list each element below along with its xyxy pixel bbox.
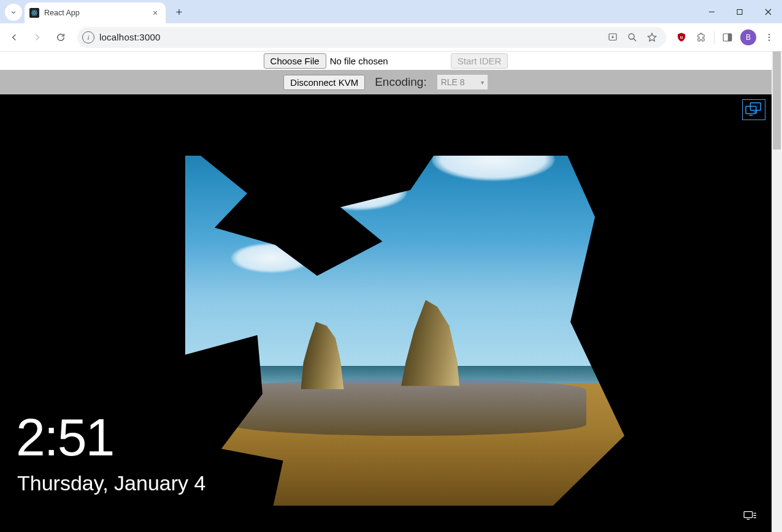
react-favicon [29,8,39,18]
tab-search-button[interactable] [5,4,22,21]
side-panel-icon[interactable] [718,28,737,47]
svg-rect-9 [728,34,732,41]
lockscreen-wallpaper [0,94,772,532]
reload-button[interactable] [50,27,71,48]
forward-button[interactable] [27,27,48,48]
back-button[interactable] [4,27,25,48]
browser-toolbar: i localhost:3000 u B [0,23,782,51]
chrome-menu-icon[interactable] [760,28,778,47]
window-close-button[interactable] [754,0,782,23]
window-maximize-button[interactable] [726,0,754,23]
choose-file-button[interactable]: Choose File [264,53,326,69]
encoding-value: RLE 8 [441,77,465,87]
scrollbar-thumb[interactable] [773,51,781,150]
tab-close-icon[interactable]: × [150,8,161,18]
kvm-screen[interactable]: 2:51 Thursday, January 4 [0,94,772,532]
file-toolbar: Choose File No file chosen Start IDER [0,51,772,70]
toolbar-separator [714,31,715,44]
lockscreen-time: 2:51 [16,407,113,468]
disconnect-kvm-button[interactable]: Disconnect KVM [283,75,365,90]
svg-point-12 [769,39,770,40]
bookmark-icon[interactable] [643,28,661,47]
vertical-scrollbar[interactable] [772,51,782,532]
remote-session-icon [742,99,765,120]
new-tab-button[interactable]: + [171,4,188,21]
svg-point-11 [769,36,770,37]
page-content: Choose File No file chosen Start IDER Di… [0,51,772,532]
svg-rect-4 [737,9,742,14]
chevron-down-icon: ▾ [481,79,484,86]
url-text: localhost:3000 [99,32,161,42]
omnibox-actions [604,28,661,47]
encoding-label: Encoding: [375,75,427,89]
zoom-icon[interactable] [623,28,642,47]
window-controls [697,0,782,23]
svg-text:u: u [680,34,683,40]
profile-initial: B [746,33,751,42]
start-ider-button: Start IDER [451,53,508,69]
window-minimize-button[interactable] [697,0,726,23]
browser-tab[interactable]: React App × [25,2,166,23]
ublock-icon[interactable]: u [672,28,691,47]
remote-desktop-view: 2:51 Thursday, January 4 [0,94,772,532]
site-info-icon[interactable]: i [82,31,94,44]
browser-tabstrip: React App × + [0,0,782,23]
svg-point-3 [34,12,35,13]
svg-point-6 [629,34,634,39]
extensions-icon[interactable] [692,28,710,47]
profile-avatar[interactable]: B [740,29,756,45]
svg-rect-15 [744,512,753,518]
encoding-select[interactable]: RLE 8 ▾ [437,74,488,90]
tab-title: React App [44,9,145,17]
lockscreen-date: Thursday, January 4 [17,471,205,495]
extension-area: u B [672,28,778,47]
install-app-icon[interactable] [604,28,622,47]
network-icon [743,510,757,521]
address-bar[interactable]: i localhost:3000 [77,27,666,48]
page-viewport: Choose File No file chosen Start IDER Di… [0,51,782,532]
file-status-text: No file chosen [330,56,388,66]
kvm-toolbar: Disconnect KVM Encoding: RLE 8 ▾ [0,70,772,94]
svg-point-10 [769,34,770,35]
